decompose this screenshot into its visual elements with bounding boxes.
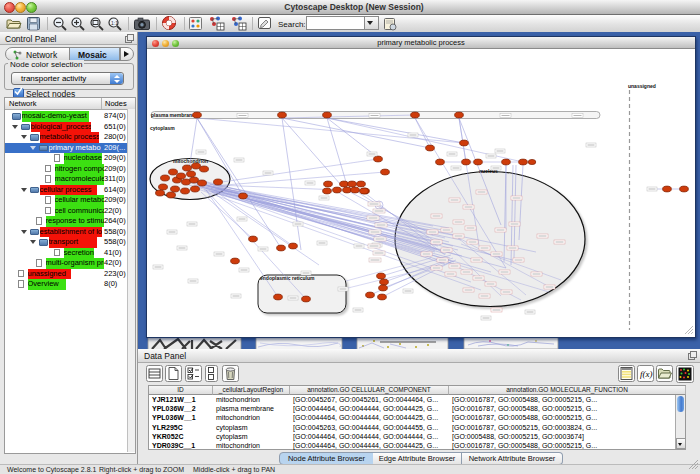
svg-text:endoplasmic reticulum: endoplasmic reticulum — [260, 275, 315, 281]
svg-text:f(x): f(x) — [640, 369, 653, 379]
svg-text:1:1: 1:1 — [111, 20, 118, 26]
svg-text:unassigned: unassigned — [628, 83, 656, 89]
svg-text:cytoplasm: cytoplasm — [150, 125, 175, 131]
svg-text:plasma membrane: plasma membrane — [151, 112, 195, 118]
